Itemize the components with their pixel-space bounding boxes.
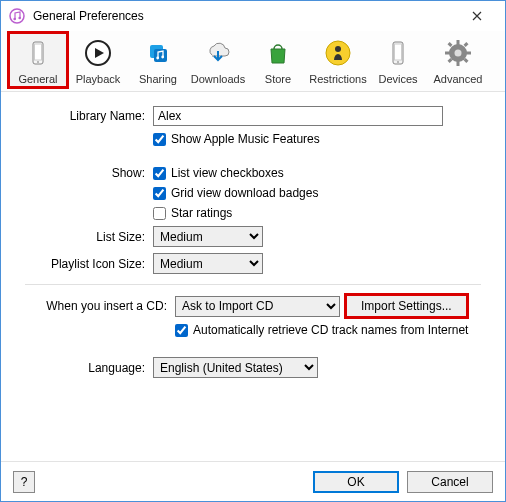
language-select[interactable]: English (United States) bbox=[153, 357, 318, 378]
svg-rect-19 bbox=[457, 61, 460, 66]
tab-store[interactable]: Store bbox=[249, 33, 307, 87]
svg-point-5 bbox=[37, 61, 39, 63]
playlist-icon-size-select[interactable]: Medium bbox=[153, 253, 263, 274]
dialog-footer: ? OK Cancel bbox=[1, 461, 505, 501]
preferences-tabs: General Playback Sharing Downloads Store bbox=[1, 31, 505, 92]
cloud-download-icon bbox=[200, 35, 236, 71]
svg-point-0 bbox=[10, 9, 24, 23]
list-size-label: List Size: bbox=[25, 230, 153, 244]
play-icon bbox=[80, 35, 116, 71]
restrictions-icon bbox=[320, 35, 356, 71]
svg-rect-18 bbox=[457, 40, 460, 45]
list-view-checkboxes-checkbox[interactable]: List view checkboxes bbox=[153, 166, 284, 180]
svg-point-17 bbox=[455, 50, 462, 57]
device-icon bbox=[20, 35, 56, 71]
tab-label: General bbox=[9, 73, 67, 85]
gear-icon bbox=[440, 35, 476, 71]
svg-point-10 bbox=[161, 56, 164, 59]
tab-label: Store bbox=[249, 73, 307, 85]
tab-label: Downloads bbox=[189, 73, 247, 85]
general-pane: Library Name: Show Apple Music Features … bbox=[1, 92, 505, 461]
svg-rect-24 bbox=[464, 42, 469, 47]
svg-rect-4 bbox=[35, 44, 42, 60]
bag-icon bbox=[260, 35, 296, 71]
insert-cd-label: When you insert a CD: bbox=[25, 299, 175, 313]
itunes-icon bbox=[9, 8, 25, 24]
tab-label: Advanced bbox=[429, 73, 487, 85]
show-label: Show: bbox=[25, 166, 153, 180]
close-button[interactable] bbox=[457, 2, 497, 30]
svg-rect-22 bbox=[448, 42, 453, 47]
tab-label: Sharing bbox=[129, 73, 187, 85]
cancel-button[interactable]: Cancel bbox=[407, 471, 493, 493]
import-settings-button[interactable]: Import Settings... bbox=[346, 295, 467, 317]
phone-icon bbox=[380, 35, 416, 71]
tab-label: Devices bbox=[369, 73, 427, 85]
list-size-select[interactable]: Medium bbox=[153, 226, 263, 247]
star-ratings-input[interactable] bbox=[153, 207, 166, 220]
tab-downloads[interactable]: Downloads bbox=[189, 33, 247, 87]
library-name-label: Library Name: bbox=[25, 109, 153, 123]
tab-advanced[interactable]: Advanced bbox=[429, 33, 487, 87]
auto-retrieve-input[interactable] bbox=[175, 324, 188, 337]
window-title: General Preferences bbox=[33, 9, 457, 23]
language-label: Language: bbox=[25, 361, 153, 375]
show-apple-music-checkbox[interactable]: Show Apple Music Features bbox=[153, 132, 320, 146]
svg-rect-14 bbox=[395, 44, 402, 60]
svg-point-2 bbox=[18, 17, 21, 20]
list-view-checkboxes-input[interactable] bbox=[153, 167, 166, 180]
tab-playback[interactable]: Playback bbox=[69, 33, 127, 87]
checkbox-label: List view checkboxes bbox=[171, 166, 284, 180]
svg-rect-21 bbox=[466, 52, 471, 55]
separator bbox=[25, 284, 481, 285]
tab-label: Restrictions bbox=[309, 73, 367, 85]
auto-retrieve-checkbox[interactable]: Automatically retrieve CD track names fr… bbox=[175, 323, 468, 337]
preferences-window: General Preferences General Playback Sha… bbox=[0, 0, 506, 502]
tab-restrictions[interactable]: Restrictions bbox=[309, 33, 367, 87]
checkbox-label: Automatically retrieve CD track names fr… bbox=[193, 323, 468, 337]
svg-point-9 bbox=[156, 57, 159, 60]
svg-point-12 bbox=[335, 46, 341, 52]
library-name-input[interactable] bbox=[153, 106, 443, 126]
show-apple-music-input[interactable] bbox=[153, 133, 166, 146]
star-ratings-checkbox[interactable]: Star ratings bbox=[153, 206, 232, 220]
grid-view-badges-input[interactable] bbox=[153, 187, 166, 200]
checkbox-label: Grid view download badges bbox=[171, 186, 318, 200]
playlist-icon-size-label: Playlist Icon Size: bbox=[25, 257, 153, 271]
tab-label: Playback bbox=[69, 73, 127, 85]
titlebar: General Preferences bbox=[1, 1, 505, 31]
help-button[interactable]: ? bbox=[13, 471, 35, 493]
tab-general[interactable]: General bbox=[9, 33, 67, 87]
tab-sharing[interactable]: Sharing bbox=[129, 33, 187, 87]
tab-devices[interactable]: Devices bbox=[369, 33, 427, 87]
ok-button[interactable]: OK bbox=[313, 471, 399, 493]
svg-point-1 bbox=[13, 18, 16, 21]
svg-rect-20 bbox=[445, 52, 450, 55]
music-share-icon bbox=[140, 35, 176, 71]
checkbox-label: Star ratings bbox=[171, 206, 232, 220]
svg-point-11 bbox=[326, 41, 350, 65]
insert-cd-select[interactable]: Ask to Import CD bbox=[175, 296, 340, 317]
grid-view-badges-checkbox[interactable]: Grid view download badges bbox=[153, 186, 318, 200]
svg-point-15 bbox=[397, 61, 399, 63]
checkbox-label: Show Apple Music Features bbox=[171, 132, 320, 146]
